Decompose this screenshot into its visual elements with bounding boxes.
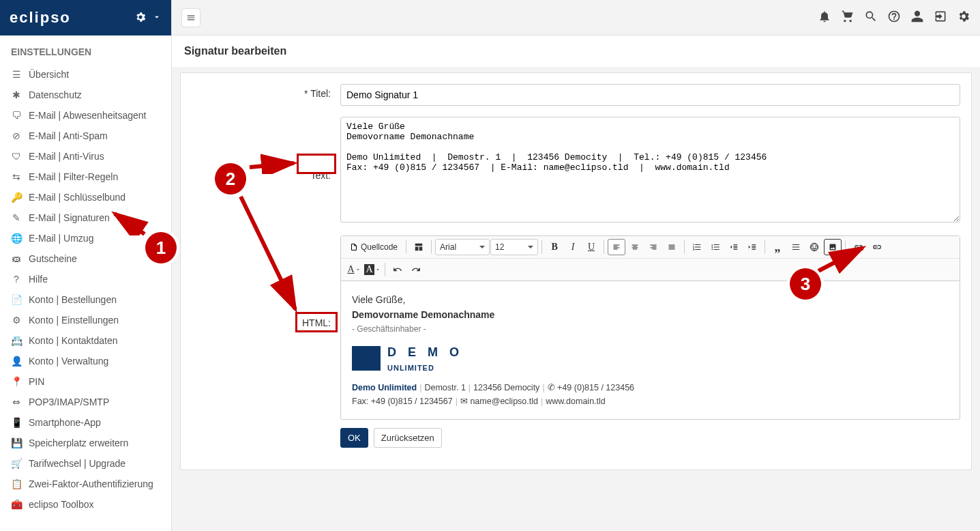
outdent-button[interactable]	[725, 239, 743, 255]
title-input[interactable]	[340, 84, 960, 106]
align-center-button[interactable]	[626, 239, 644, 255]
sidebar-item[interactable]: 👤Konto | Verwaltung	[0, 351, 171, 371]
sidebar-item-icon: ✱	[11, 89, 22, 100]
template-button[interactable]	[410, 239, 428, 255]
sidebar-item[interactable]: ?Hilfe	[0, 269, 171, 289]
text-label: Text:	[192, 117, 340, 181]
preview-line2: Fax: +49 (0)815 / 1234567|✉ name@eclipso…	[352, 394, 949, 408]
align-justify-button[interactable]	[663, 239, 681, 255]
sidebar-item[interactable]: ⇆E-Mail | Filter-Regeln	[0, 167, 171, 187]
font-select[interactable]: Arial	[435, 239, 490, 255]
blockquote-button[interactable]: „	[769, 239, 786, 255]
bg-color-button[interactable]: A	[363, 261, 381, 278]
annotation-badge-1: 1	[145, 232, 177, 263]
redo-button[interactable]	[407, 261, 425, 278]
topbar	[172, 0, 980, 35]
sidebar-item[interactable]: 📱Smartphone-App	[0, 412, 171, 433]
sidebar-item-icon: ☰	[11, 69, 22, 80]
sidebar-item[interactable]: 🔑E-Mail | Schlüsselbund	[0, 187, 171, 207]
align-left-button[interactable]	[608, 239, 625, 255]
sidebar-item[interactable]: 🛒Tarifwechsel | Upgrade	[0, 453, 171, 474]
sidebar-item-icon: 🔑	[11, 192, 22, 203]
cart-icon[interactable]	[841, 10, 855, 25]
sidebar-item-label: E-Mail | Anti-Spam	[29, 130, 108, 141]
sidebar-item-label: PIN	[29, 376, 44, 387]
sidebar-item[interactable]: 💾Speicherplatz erweitern	[0, 433, 171, 453]
sidebar: eclipso EINSTELLUNGEN ☰Übersicht✱Datensc…	[0, 0, 172, 531]
link-button[interactable]	[849, 239, 867, 255]
sidebar-item-label: E-Mail | Abwesenheitsagent	[29, 110, 147, 121]
html-editor: Quellcode Arial 12 B I U	[340, 235, 960, 420]
sidebar-item-label: Zwei-Faktor-Authentifizierung	[29, 478, 153, 489]
editor-body[interactable]: Viele Grüße, Demovorname Demonachname - …	[341, 281, 960, 419]
ok-button[interactable]: OK	[340, 428, 368, 448]
sidebar-item-icon: ⇆	[11, 171, 22, 182]
sidebar-item[interactable]: 📄Konto | Bestellungen	[0, 289, 171, 310]
undo-button[interactable]	[389, 261, 406, 278]
list-ordered-button[interactable]	[688, 239, 706, 255]
sidebar-item[interactable]: ⊘E-Mail | Anti-Spam	[0, 126, 171, 146]
sidebar-item[interactable]: ☰Übersicht	[0, 64, 171, 85]
logout-icon[interactable]	[934, 10, 947, 25]
menu-toggle-button[interactable]	[181, 8, 201, 27]
italic-button[interactable]: I	[564, 239, 582, 255]
sidebar-item-icon: 📋	[11, 478, 22, 489]
help-icon[interactable]	[887, 10, 901, 25]
sidebar-item[interactable]: ⚙Konto | Einstellungen	[0, 310, 171, 330]
emoji-button[interactable]	[805, 239, 823, 255]
sidebar-item-icon: ⊘	[11, 130, 22, 141]
sidebar-item-label: Übersicht	[29, 69, 69, 80]
sidebar-item-icon: 📍	[11, 376, 22, 387]
sidebar-item[interactable]: 🛡E-Mail | Anti-Virus	[0, 146, 171, 167]
sidebar-item[interactable]: 🧰eclipso Toolbox	[0, 494, 171, 515]
sidebar-heading: EINSTELLUNGEN	[0, 35, 171, 64]
sidebar-item-label: POP3/IMAP/SMTP	[29, 397, 109, 407]
settings-gear-icon[interactable]	[957, 10, 970, 25]
preview-role: - Geschäftsinhaber -	[352, 323, 949, 336]
sidebar-item-icon: ✎	[11, 212, 22, 223]
search-icon[interactable]	[864, 10, 878, 25]
text-color-button[interactable]: A	[345, 261, 363, 278]
sidebar-item-icon: 📱	[11, 417, 22, 428]
sidebar-item-icon: 📄	[11, 294, 22, 305]
sidebar-item[interactable]: ✎E-Mail | Signaturen	[0, 207, 171, 228]
bold-button[interactable]: B	[546, 239, 563, 255]
sidebar-item[interactable]: 📋Zwei-Faktor-Authentifizierung	[0, 474, 171, 494]
image-button[interactable]	[824, 239, 842, 255]
preview-name: Demovorname Demonachname	[352, 307, 949, 322]
unlink-button[interactable]	[867, 239, 885, 255]
preview-line1: Demo Unlimited|Demostr. 1|123456 Democit…	[352, 381, 949, 394]
user-icon[interactable]	[910, 10, 924, 25]
indent-button[interactable]	[743, 239, 761, 255]
reset-button[interactable]: Zurücksetzen	[374, 428, 442, 448]
underline-button[interactable]: U	[582, 239, 600, 255]
gear-icon[interactable]	[134, 11, 147, 25]
sidebar-item[interactable]: 📇Konto | Kontaktdaten	[0, 330, 171, 351]
sidebar-item-label: Datenschutz	[29, 89, 82, 100]
bell-icon[interactable]	[818, 10, 831, 25]
sidebar-header: eclipso	[0, 0, 171, 35]
sidebar-item-icon: 🎟	[11, 253, 22, 264]
signature-text-input[interactable]	[340, 117, 960, 223]
sidebar-item-icon: 💾	[11, 437, 22, 448]
sidebar-item-label: Konto | Kontaktdaten	[29, 335, 118, 346]
hr-button[interactable]	[787, 239, 805, 255]
list-unordered-button[interactable]	[707, 239, 724, 255]
sidebar-item-icon: ⚙	[11, 315, 22, 326]
sidebar-item-label: Konto | Bestellungen	[29, 294, 117, 305]
sidebar-item-label: E-Mail | Anti-Virus	[29, 151, 104, 162]
sidebar-item-icon: 🛒	[11, 458, 22, 469]
sidebar-item[interactable]: ⇔POP3/IMAP/SMTP	[0, 392, 171, 412]
sidebar-item-label: Tarifwechsel | Upgrade	[29, 458, 125, 469]
sidebar-item-icon: 🗨	[11, 110, 22, 121]
source-button[interactable]: Quellcode	[345, 239, 402, 255]
sidebar-item[interactable]: 📍PIN	[0, 371, 171, 392]
sidebar-item-icon: 🛡	[11, 151, 22, 162]
sidebar-item[interactable]: ✱Datenschutz	[0, 85, 171, 105]
chevron-down-icon[interactable]	[152, 12, 162, 24]
editor-toolbar: Quellcode Arial 12 B I U	[341, 236, 960, 281]
size-select[interactable]: 12	[490, 239, 538, 255]
sidebar-item-icon: 🌐	[11, 233, 22, 244]
sidebar-item[interactable]: 🗨E-Mail | Abwesenheitsagent	[0, 105, 171, 126]
align-right-button[interactable]	[644, 239, 662, 255]
